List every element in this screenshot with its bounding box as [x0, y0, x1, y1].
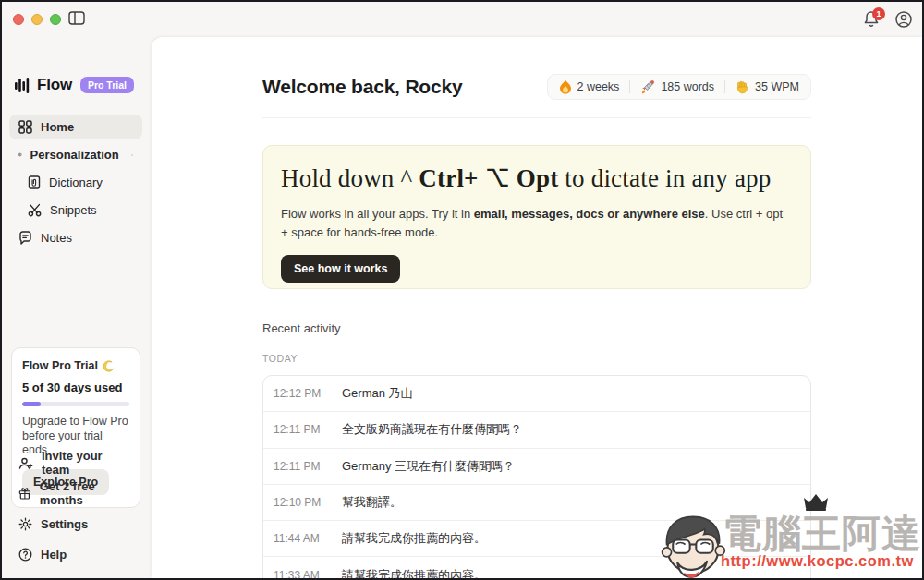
gift-icon — [18, 487, 31, 501]
recent-activity-heading: Recent activity — [262, 321, 341, 335]
sidebar-item-invite-team[interactable]: Invite your team — [9, 449, 142, 477]
zoom-button[interactable] — [50, 14, 61, 25]
activity-row[interactable]: 12:10 PM 幫我翻譯。 — [263, 485, 810, 521]
app-title: Flow — [37, 76, 72, 94]
activity-time: 12:10 PM — [263, 496, 342, 509]
sidebar-item-help[interactable]: Help — [9, 540, 142, 568]
scissors-icon — [28, 203, 42, 217]
sidebar-item-label: Dictionary — [49, 175, 103, 189]
activity-row[interactable]: 11:44 AM 請幫我完成你推薦的內容。 — [263, 521, 810, 557]
trial-usage: 5 of 30 days used — [22, 381, 129, 394]
page-title: Welcome back, Rocky — [262, 76, 462, 98]
home-grid-icon — [18, 120, 32, 134]
sidebar-item-label: Get 2 free months — [40, 479, 133, 507]
sidebar-item-label: Home — [41, 120, 74, 134]
sidebar-item-label: Personalization — [30, 148, 119, 162]
chevron-down-icon — [131, 152, 133, 158]
trial-progress-bar — [22, 402, 129, 406]
account-button[interactable] — [894, 10, 913, 29]
flow-logo-icon — [14, 77, 31, 94]
sidebar-item-notes[interactable]: Notes — [9, 225, 142, 250]
activity-row[interactable]: 12:11 PM Germany 三現在有什麼傳聞嗎？ — [263, 449, 810, 485]
notification-badge: 1 — [872, 7, 885, 20]
sidebar-item-home[interactable]: Home — [9, 115, 142, 139]
dictionary-icon — [28, 175, 41, 189]
stat-words: 185 words — [640, 79, 714, 94]
activity-text: Germany 三現在有什麼傳聞嗎？ — [342, 458, 515, 475]
activity-text: 請幫我完成你推薦的內容。 — [342, 567, 486, 580]
sidebar-item-settings[interactable]: Settings — [9, 510, 142, 538]
stats-bar: 2 weeks 185 words — [547, 74, 811, 100]
trial-progress-fill — [22, 402, 41, 406]
stat-label: 185 words — [661, 80, 714, 93]
sidebar-item-snippets[interactable]: Snippets — [9, 198, 142, 223]
activity-text: 請幫我完成你推薦的內容。 — [342, 530, 486, 547]
sidebar-item-referral[interactable]: Get 2 free months — [9, 479, 142, 507]
minimize-button[interactable] — [31, 14, 43, 25]
sidebar-item-label: Help — [41, 548, 67, 562]
activity-text: 全文版奶商議現在有什麼傳聞嗎？ — [342, 421, 522, 438]
personalization-icon — [18, 148, 22, 162]
activity-time: 11:33 AM — [263, 569, 342, 580]
notes-icon — [18, 231, 32, 245]
see-how-it-works-button[interactable]: See how it works — [281, 255, 400, 283]
sidebar-item-label: Settings — [41, 517, 88, 531]
hero-heading: Hold down ^ Ctrl+ ⌥ Opt to dictate in an… — [281, 163, 793, 193]
sidebar-toggle-icon[interactable] — [68, 11, 85, 25]
header-divider — [262, 117, 811, 118]
waving-hand-icon — [736, 80, 749, 94]
stat-wpm: 35 WPM — [736, 80, 799, 94]
sidebar-item-label: Notes — [41, 231, 72, 245]
crescent-moon-icon — [103, 360, 115, 372]
traffic-lights — [13, 14, 61, 25]
flame-icon — [559, 79, 572, 94]
account-icon — [894, 10, 913, 29]
today-group-label: TODAY — [262, 353, 298, 364]
plan-badge: Pro Trial — [80, 77, 134, 93]
trial-card-title: Flow Pro Trial — [22, 359, 98, 372]
sidebar-item-label: Invite your team — [42, 449, 133, 477]
sidebar-item-dictionary[interactable]: Dictionary — [9, 170, 142, 195]
gear-icon — [18, 517, 32, 531]
activity-time: 12:12 PM — [263, 387, 342, 400]
stat-label: 2 weeks — [578, 80, 620, 93]
activity-text: German 乃山 — [342, 385, 413, 402]
activity-time: 11:44 AM — [263, 532, 342, 545]
sidebar-item-label: Snippets — [50, 203, 97, 217]
main-panel: Welcome back, Rocky 2 weeks — [152, 37, 922, 578]
person-add-icon — [18, 456, 33, 470]
app-window: 1 Flow Pro Trial — [0, 0, 924, 580]
activity-text: 幫我翻譯。 — [342, 494, 402, 511]
activity-time: 12:11 PM — [263, 460, 342, 473]
rocket-icon — [640, 79, 655, 94]
notifications-button[interactable]: 1 — [863, 9, 881, 30]
question-circle-icon — [18, 548, 32, 562]
activity-row[interactable]: 11:33 AM 請幫我完成你推薦的內容。 — [263, 557, 810, 580]
stat-streak: 2 weeks — [559, 79, 620, 94]
close-button[interactable] — [13, 14, 24, 25]
activity-row[interactable]: 12:12 PM German 乃山 — [263, 376, 810, 412]
hero-body: Flow works in all your apps. Try it in e… — [281, 205, 793, 242]
dictation-hint-card: Hold down ^ Ctrl+ ⌥ Opt to dictate in an… — [262, 145, 811, 289]
stat-label: 35 WPM — [755, 80, 799, 93]
activity-row[interactable]: 12:11 PM 全文版奶商議現在有什麼傳聞嗎？ — [263, 412, 810, 448]
activity-list: 12:12 PM German 乃山 12:11 PM 全文版奶商議現在有什麼傳… — [262, 375, 811, 580]
sidebar: Flow Pro Trial Home Personalization — [2, 35, 152, 578]
activity-time: 12:11 PM — [263, 423, 342, 436]
sidebar-item-personalization[interactable]: Personalization — [9, 142, 142, 167]
